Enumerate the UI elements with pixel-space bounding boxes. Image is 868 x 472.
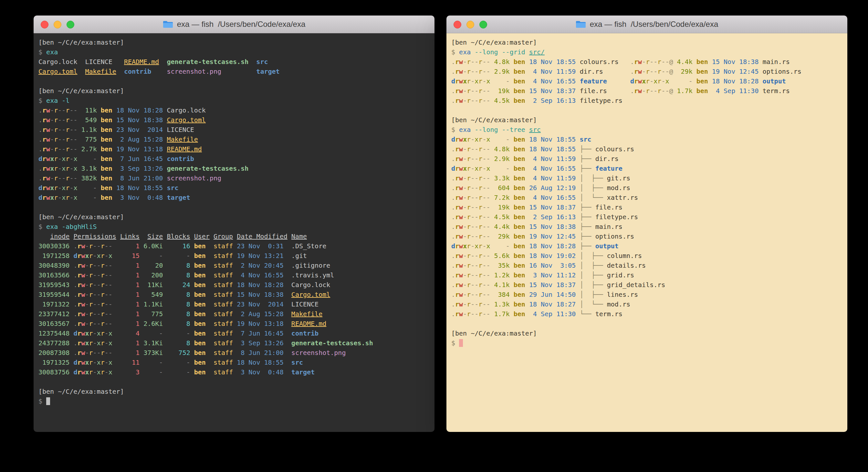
terminal-text bbox=[758, 77, 763, 85]
terminal-text bbox=[510, 194, 514, 201]
permission-char: . bbox=[451, 271, 455, 279]
titlebar[interactable]: exa — fish /Users/ben/Code/exa/exa bbox=[34, 16, 434, 33]
terminal-text: generate-testcases.sh bbox=[291, 339, 373, 347]
terminal-text: 2 Sep 16:13 bbox=[529, 213, 576, 221]
terminal-text bbox=[140, 320, 144, 327]
terminal-text bbox=[163, 262, 167, 269]
permission-char: - bbox=[471, 300, 474, 308]
terminal-text: staff bbox=[214, 329, 233, 337]
terminal-text bbox=[113, 358, 120, 366]
terminal-text bbox=[576, 145, 580, 153]
permission-char: - bbox=[62, 126, 66, 134]
permission-char: r bbox=[66, 145, 69, 153]
terminal-text: contrib bbox=[291, 329, 318, 337]
permission-char: r bbox=[467, 67, 471, 75]
terminal-output[interactable]: [ben ~/C/e/exa:master]$ exaCargo.lock LI… bbox=[34, 33, 434, 432]
terminal-text: ben bbox=[514, 203, 525, 211]
terminal-text: 775 bbox=[82, 136, 97, 143]
terminal-text bbox=[510, 213, 514, 221]
terminal-text: LICENCE bbox=[291, 300, 318, 308]
terminal-text: [ben ~/C/e/exa:master] bbox=[451, 329, 537, 337]
permission-char: w bbox=[459, 58, 463, 66]
close-button[interactable] bbox=[454, 21, 461, 28]
minimize-button[interactable] bbox=[466, 21, 474, 28]
permission-char: r bbox=[455, 155, 459, 163]
terminal-text: colours.rs bbox=[580, 58, 618, 66]
terminal-text: ben bbox=[194, 242, 210, 250]
terminal-text: 2 Aug 15:28 bbox=[116, 136, 163, 143]
minimize-button[interactable] bbox=[54, 21, 61, 28]
zoom-button[interactable] bbox=[479, 21, 487, 28]
permission-char: r bbox=[77, 329, 81, 337]
terminal-text: output bbox=[595, 242, 619, 250]
permission-bits: .rw-r--r-- bbox=[451, 145, 490, 153]
permission-char: - bbox=[471, 87, 474, 95]
terminal-text bbox=[510, 67, 514, 75]
terminal-text: ben bbox=[101, 184, 113, 192]
terminal-text: 3 bbox=[120, 368, 140, 376]
permission-char: - bbox=[108, 300, 113, 308]
permission-char: x bbox=[108, 368, 113, 376]
permission-char: d bbox=[73, 358, 77, 366]
terminal-text bbox=[163, 271, 167, 279]
permission-char: - bbox=[73, 174, 77, 182]
permission-char: x bbox=[85, 252, 89, 260]
terminal-text bbox=[113, 349, 120, 357]
permission-char: x bbox=[62, 184, 66, 192]
terminal-text bbox=[113, 281, 120, 289]
terminal-text: 8 bbox=[167, 310, 190, 318]
permission-char: r bbox=[455, 203, 459, 211]
zoom-button[interactable] bbox=[66, 21, 74, 28]
terminal-output[interactable]: [ben ~/C/e/exa:master]$ exa --long --gri… bbox=[446, 33, 847, 432]
terminal-text: ben bbox=[514, 262, 525, 269]
terminal-text: - bbox=[494, 165, 510, 172]
permission-char: w bbox=[46, 145, 50, 153]
terminal-text bbox=[210, 320, 214, 327]
terminal-text bbox=[525, 213, 529, 221]
terminal-text: │ ├── bbox=[580, 252, 607, 260]
terminal-text bbox=[525, 58, 529, 66]
permission-char: - bbox=[463, 252, 467, 260]
terminal-text bbox=[708, 77, 712, 85]
terminal-text: - bbox=[82, 155, 97, 163]
titlebar[interactable]: exa — fish /Users/ben/Code/exa/exa bbox=[446, 16, 847, 33]
terminal-text bbox=[113, 116, 116, 124]
permission-char: - bbox=[471, 252, 474, 260]
permission-char: d bbox=[451, 136, 455, 143]
permission-char: w bbox=[46, 174, 50, 182]
terminal-text: options.rs bbox=[763, 67, 802, 75]
terminal-text: User bbox=[194, 232, 210, 240]
close-button[interactable] bbox=[41, 21, 49, 28]
permission-bits: .rw-r--r--@ bbox=[630, 87, 673, 95]
permission-char: r bbox=[467, 271, 471, 279]
terminal-text: .gitignore bbox=[291, 262, 330, 269]
permission-char: - bbox=[486, 194, 490, 201]
permission-char: r bbox=[455, 58, 459, 66]
permission-char: - bbox=[69, 126, 73, 134]
permission-char: r bbox=[467, 87, 471, 95]
permission-char: r bbox=[478, 136, 482, 143]
terminal-text: 200 bbox=[144, 271, 163, 279]
permission-char: r bbox=[77, 368, 81, 376]
terminal-text bbox=[284, 310, 291, 318]
folder-icon bbox=[576, 20, 586, 28]
permission-char: - bbox=[471, 184, 474, 192]
permission-char: r bbox=[89, 329, 93, 337]
terminal-text bbox=[163, 232, 167, 240]
permission-char: - bbox=[650, 87, 653, 95]
permission-char: w bbox=[459, 213, 463, 221]
permission-char: - bbox=[58, 174, 62, 182]
permission-char: - bbox=[474, 291, 478, 298]
terminal-text: - bbox=[167, 329, 190, 337]
terminal-text bbox=[163, 174, 167, 182]
terminal-text bbox=[113, 165, 116, 172]
terminal-text: └── bbox=[580, 310, 595, 318]
terminal-text: 4 Nov 16:55 bbox=[237, 271, 284, 279]
terminal-text: 16 Nov 3:05 bbox=[529, 262, 576, 269]
terminal-line: 31959544 .rw-r--r-- 1 549 8 ben staff 15… bbox=[38, 290, 430, 299]
terminal-text: details.rs bbox=[607, 262, 646, 269]
permission-char: - bbox=[642, 87, 646, 95]
terminal-line: .rw-r--r-- 35k ben 16 Nov 3:05 │ ├── det… bbox=[451, 261, 842, 270]
terminal-text bbox=[525, 77, 529, 85]
terminal-text: 604 bbox=[494, 184, 510, 192]
